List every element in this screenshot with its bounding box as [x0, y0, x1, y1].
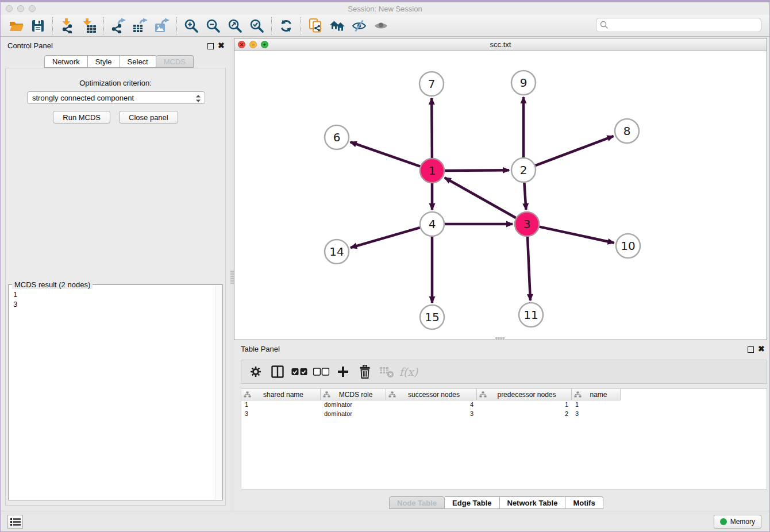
- graph-node-3[interactable]: 3: [515, 212, 539, 236]
- select-all-rows-button[interactable]: [290, 362, 309, 381]
- close-panel-button[interactable]: Close panel: [119, 111, 178, 124]
- node-label: 10: [621, 239, 635, 253]
- network-window-title: scc.txt: [234, 40, 767, 49]
- node-label: 1: [429, 164, 436, 178]
- column-header-mcds-role[interactable]: MCDS role: [321, 389, 386, 400]
- graph-node-4[interactable]: 4: [420, 212, 444, 236]
- column-header-name[interactable]: name: [572, 389, 621, 400]
- graph-edge-2-3[interactable]: [524, 183, 526, 210]
- export-network-icon: [111, 18, 126, 33]
- table-cell[interactable]: 3: [241, 410, 321, 419]
- search-input[interactable]: [611, 21, 757, 30]
- export-image-button[interactable]: [151, 17, 173, 35]
- graph-node-7[interactable]: 7: [419, 72, 444, 96]
- checked-boxes-icon: [291, 368, 307, 376]
- deselect-all-rows-button[interactable]: [311, 362, 331, 381]
- network-window-titlebar[interactable]: scc.txt: [234, 38, 767, 51]
- graph-edge-3-11[interactable]: [528, 237, 530, 300]
- graph-node-10[interactable]: 10: [616, 234, 640, 258]
- tab-mcds[interactable]: MCDS: [156, 55, 194, 68]
- graph-node-1[interactable]: 1: [420, 159, 444, 183]
- optimization-criterion-select[interactable]: strongly connected component: [27, 91, 205, 104]
- graph-node-15[interactable]: 15: [420, 305, 444, 329]
- home-button[interactable]: [326, 17, 348, 35]
- export-table-button[interactable]: [129, 17, 151, 35]
- column-header-predecessor-nodes[interactable]: predecessor nodes: [477, 389, 572, 400]
- export-network-button[interactable]: [107, 17, 129, 35]
- mcds-panel: Optimization criterion: strongly connect…: [5, 68, 226, 506]
- table-cell[interactable]: 1: [572, 400, 621, 410]
- eye-icon: [374, 18, 388, 33]
- open-session-button[interactable]: [5, 17, 27, 35]
- function-builder-button[interactable]: f(x): [399, 362, 418, 381]
- refresh-icon: [279, 18, 294, 33]
- table-cell[interactable]: 1: [241, 400, 321, 410]
- tab-node-table[interactable]: Node Table: [389, 496, 445, 509]
- column-header-shared-name[interactable]: shared name: [241, 389, 321, 400]
- tab-select[interactable]: Select: [120, 55, 156, 68]
- import-network-button[interactable]: [56, 17, 78, 35]
- node-label: 4: [429, 217, 436, 231]
- graph-edge-3-1[interactable]: [445, 178, 516, 218]
- memory-button[interactable]: Memory: [714, 515, 761, 529]
- node-table: shared nameMCDS rolesuccessor nodesprede…: [241, 388, 767, 489]
- table-cell[interactable]: 3: [572, 410, 621, 419]
- import-table-button[interactable]: [78, 17, 100, 35]
- graph-edge-1-6[interactable]: [351, 142, 421, 167]
- graph-node-2[interactable]: 2: [511, 158, 536, 182]
- table-cell[interactable]: dominator: [321, 410, 386, 419]
- graph-node-9[interactable]: 9: [511, 71, 536, 95]
- zoom-in-icon: [184, 18, 199, 33]
- zoom-fit-button[interactable]: [224, 17, 246, 35]
- delete-column-button[interactable]: [355, 362, 375, 381]
- search-field[interactable]: [596, 18, 761, 32]
- eye-slash-icon: [352, 18, 367, 33]
- table-cell[interactable]: 4: [386, 400, 477, 410]
- tab-edge-table[interactable]: Edge Table: [445, 496, 499, 509]
- tab-style[interactable]: Style: [88, 55, 120, 68]
- list-icon: [10, 518, 21, 526]
- graph-edge-2-8[interactable]: [536, 136, 614, 165]
- clone-network-icon: [308, 18, 323, 33]
- tab-network-table[interactable]: Network Table: [500, 496, 566, 509]
- save-session-button[interactable]: [27, 17, 49, 35]
- node-label: 9: [520, 76, 528, 90]
- toolbar-separator: [271, 17, 272, 34]
- zoom-selected-button[interactable]: [246, 17, 268, 35]
- graph-node-14[interactable]: 14: [325, 240, 349, 264]
- table-cell[interactable]: 2: [477, 410, 572, 419]
- graph-node-11[interactable]: 11: [519, 303, 543, 327]
- table-cell[interactable]: 1: [477, 400, 572, 410]
- graph-edge-3-10[interactable]: [540, 227, 614, 243]
- table-settings-button[interactable]: [246, 362, 265, 381]
- network-graph[interactable]: 7968124314101511: [234, 52, 767, 340]
- refresh-button[interactable]: [275, 17, 297, 35]
- run-mcds-button[interactable]: Run MCDS: [53, 111, 110, 124]
- graph-edge-1-2[interactable]: [445, 170, 509, 171]
- show-all-button[interactable]: [370, 17, 392, 35]
- float-panel-icon[interactable]: [207, 43, 214, 49]
- float-table-panel-icon[interactable]: [748, 346, 754, 353]
- table-cell[interactable]: 3: [386, 410, 477, 419]
- horizontal-splitter-grip[interactable]: [495, 337, 505, 340]
- clone-network-button[interactable]: [305, 17, 326, 35]
- column-layout-button[interactable]: [268, 362, 287, 381]
- close-panel-icon[interactable]: ✖: [218, 41, 225, 50]
- delete-table-button[interactable]: [377, 362, 396, 381]
- graph-edge-1-7[interactable]: [432, 98, 432, 158]
- zoom-out-button[interactable]: [202, 17, 224, 35]
- task-history-button[interactable]: [7, 515, 23, 529]
- graph-edge-4-14[interactable]: [351, 228, 420, 248]
- close-table-panel-icon[interactable]: ✖: [758, 344, 765, 353]
- graph-node-8[interactable]: 8: [615, 119, 639, 143]
- add-column-button[interactable]: [333, 362, 353, 381]
- node-label: 15: [425, 310, 439, 324]
- tab-network[interactable]: Network: [44, 55, 88, 68]
- result-scrollbar[interactable]: [215, 286, 222, 499]
- tab-motifs[interactable]: Motifs: [565, 496, 603, 509]
- table-cell[interactable]: dominator: [321, 400, 386, 410]
- hide-selected-button[interactable]: [348, 17, 370, 35]
- graph-node-6[interactable]: 6: [325, 125, 349, 149]
- column-header-successor-nodes[interactable]: successor nodes: [386, 389, 477, 400]
- zoom-in-button[interactable]: [180, 17, 202, 35]
